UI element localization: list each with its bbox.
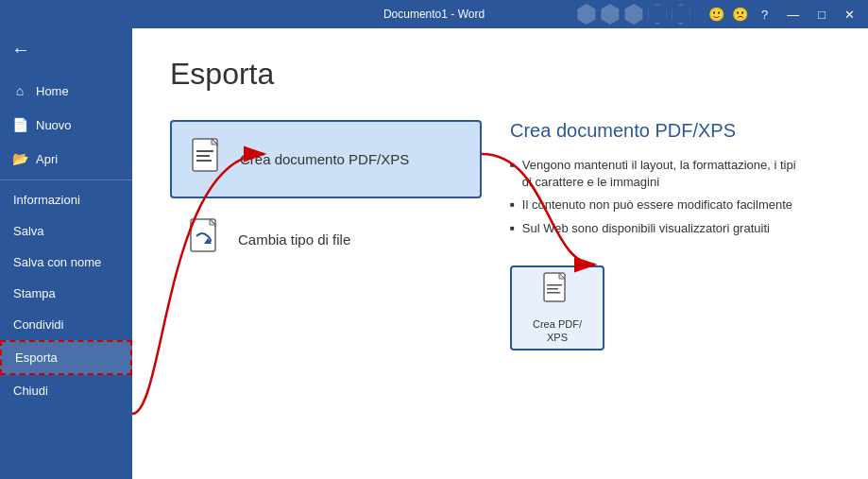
main-layout: ← ⌂ Home 📄 Nuovo 📂 Apri Informazioni Sal… [0,28,868,479]
create-pdf-button[interactable]: Crea PDF/XPS [510,265,604,351]
titlebar: Documento1 - Word 🙂 🙁 ? — □ ✕ [0,0,868,28]
sidebar-item-apri[interactable]: 📂 Apri [0,142,132,176]
svg-rect-10 [547,284,562,286]
export-option-cambia-tipo[interactable]: Cambia tipo di file [170,202,482,277]
sidebar-item-esporta[interactable]: Esporta [0,340,132,375]
deco-hex-3 [623,4,644,25]
svg-rect-12 [547,292,560,294]
titlebar-controls: 🙂 🙁 ? — □ ✕ [576,4,860,25]
pdf-file-icon [191,137,225,181]
svg-rect-4 [196,160,212,162]
svg-rect-11 [547,288,558,290]
export-option-label-cambia: Cambia tipo di file [238,231,350,248]
svg-rect-2 [196,150,213,152]
content-area: Esporta Crea documento PDF/XPS [132,28,868,479]
create-pdf-btn-label: Crea PDF/XPS [533,317,582,345]
sidebar-item-stampa[interactable]: Stampa [0,278,132,309]
back-icon: ← [11,40,30,59]
nuovo-icon: 📄 [11,117,28,132]
deco-hex-1 [576,4,597,25]
titlebar-title: Documento1 - Word [383,8,485,21]
export-option-crea-pdf[interactable]: Crea documento PDF/XPS [170,120,482,198]
page-title: Esporta [170,57,830,92]
change-type-icon [189,217,223,262]
close-button[interactable]: ✕ [839,6,860,24]
deco-hex-2 [600,4,621,25]
svg-rect-3 [196,155,210,157]
export-options: Crea documento PDF/XPS Cambia tipo di fi… [170,120,830,451]
sidebar-label-apri: Apri [36,152,58,166]
detail-bullet-1: Vengono mantenuti il layout, la formatta… [510,157,802,191]
deco-hex-4 [647,4,668,25]
sidebar-item-salva-con-nome[interactable]: Salva con nome [0,247,132,278]
feedback-happy-icon[interactable]: 🙂 [708,7,724,22]
detail-bullets: Vengono mantenuti il layout, la formatta… [510,157,802,243]
home-icon: ⌂ [11,83,28,98]
detail-title: Crea documento PDF/XPS [510,120,802,142]
sidebar-label-home: Home [36,84,69,98]
feedback-sad-icon[interactable]: 🙁 [732,7,748,22]
sidebar-item-condividi[interactable]: Condividi [0,309,132,340]
sidebar: ← ⌂ Home 📄 Nuovo 📂 Apri Informazioni Sal… [0,28,132,479]
export-list: Crea documento PDF/XPS Cambia tipo di fi… [170,120,482,451]
detail-panel: Crea documento PDF/XPS Vengono mantenuti… [482,120,830,451]
sidebar-divider [0,180,132,180]
sidebar-label-nuovo: Nuovo [36,118,72,132]
apri-icon: 📂 [11,151,28,166]
minimize-button[interactable]: — [781,6,805,24]
detail-bullet-2: Il contenuto non può essere modificato f… [510,197,802,214]
sidebar-item-home[interactable]: ⌂ Home [0,74,132,108]
detail-bullet-3: Sul Web sono disponibili visualizzatori … [510,220,802,237]
sidebar-item-salva[interactable]: Salva [0,215,132,247]
sidebar-item-chiudi[interactable]: Chiudi [0,375,132,406]
deco-hex-5 [671,4,691,25]
sidebar-item-nuovo[interactable]: 📄 Nuovo [0,108,132,142]
sidebar-back-button[interactable]: ← [0,32,132,66]
restore-button[interactable]: □ [812,6,831,24]
help-button[interactable]: ? [756,6,774,24]
create-pdf-btn-icon [542,271,572,312]
export-option-label-pdf: Crea documento PDF/XPS [240,151,409,167]
sidebar-item-informazioni[interactable]: Informazioni [0,184,132,215]
